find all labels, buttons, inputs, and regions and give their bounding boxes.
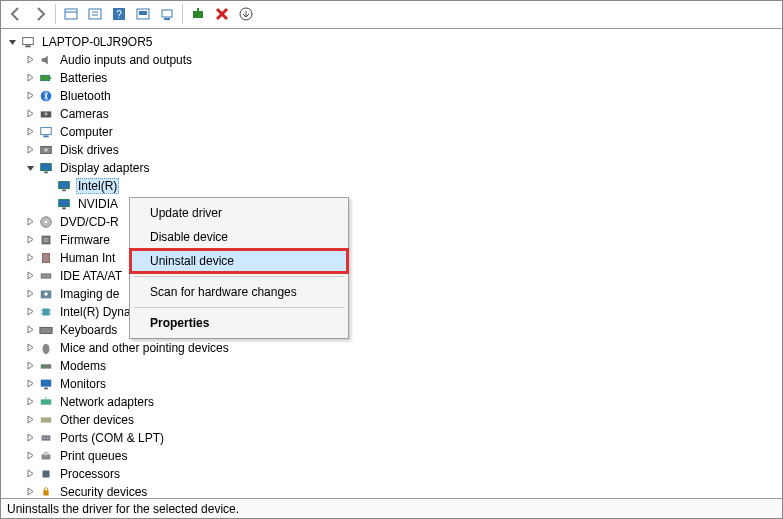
- properties-button[interactable]: [84, 3, 106, 25]
- svg-point-49: [43, 365, 45, 367]
- camera-icon: [38, 106, 54, 122]
- hid-icon: [38, 250, 54, 266]
- expander-icon[interactable]: [23, 71, 37, 85]
- svg-rect-41: [43, 308, 50, 315]
- tree-device-label: Intel(R): [76, 178, 119, 194]
- tree-category-label: Mice and other pointing devices: [58, 341, 231, 355]
- tree-device-label: NVIDIA: [76, 197, 120, 211]
- tree-category[interactable]: Other devices: [1, 411, 782, 429]
- device-tree[interactable]: LAPTOP-0LJR9OR5Audio inputs and outputsB…: [1, 29, 782, 499]
- svg-point-40: [44, 292, 48, 296]
- tree-category[interactable]: Display adapters: [1, 159, 782, 177]
- statusbar-text: Uninstalls the driver for the selected d…: [7, 502, 239, 516]
- tree-category[interactable]: Firmware: [1, 231, 782, 249]
- forward-button[interactable]: [29, 3, 51, 25]
- svg-rect-30: [62, 207, 66, 209]
- tree-category[interactable]: IDE ATA/AT: [1, 267, 782, 285]
- tree-category[interactable]: Print queues: [1, 447, 782, 465]
- svg-rect-35: [43, 253, 50, 262]
- expander-placeholder: [41, 197, 55, 211]
- expander-icon[interactable]: [23, 359, 37, 373]
- expander-icon[interactable]: [23, 395, 37, 409]
- tree-category[interactable]: Keyboards: [1, 321, 782, 339]
- tree-category[interactable]: Network adapters: [1, 393, 782, 411]
- tree-category[interactable]: Security devices: [1, 483, 782, 499]
- svg-rect-59: [43, 451, 48, 455]
- tree-category[interactable]: Disk drives: [1, 141, 782, 159]
- tree-category-label: Other devices: [58, 413, 136, 427]
- tree-category[interactable]: Imaging de: [1, 285, 782, 303]
- display-icon: [56, 178, 72, 194]
- tree-category[interactable]: Processors: [1, 465, 782, 483]
- tree-category[interactable]: Monitors: [1, 375, 782, 393]
- back-button[interactable]: [5, 3, 27, 25]
- scan-button[interactable]: [156, 3, 178, 25]
- update-button[interactable]: [132, 3, 154, 25]
- computer-icon: [38, 124, 54, 140]
- tree-category[interactable]: Bluetooth: [1, 87, 782, 105]
- tree-category[interactable]: Audio inputs and outputs: [1, 51, 782, 69]
- cpu-icon: [38, 466, 54, 482]
- tree-category[interactable]: Cameras: [1, 105, 782, 123]
- menu-item[interactable]: Uninstall device: [130, 249, 348, 273]
- tree-category[interactable]: Ports (COM & LPT): [1, 429, 782, 447]
- svg-rect-8: [139, 11, 147, 15]
- expander-icon[interactable]: [23, 125, 37, 139]
- remove-button[interactable]: [211, 3, 233, 25]
- expander-icon[interactable]: [23, 485, 37, 499]
- expander-icon[interactable]: [23, 269, 37, 283]
- expander-icon[interactable]: [23, 467, 37, 481]
- add-legacy-button[interactable]: [187, 3, 209, 25]
- svg-point-56: [43, 437, 45, 439]
- menu-separator: [134, 307, 344, 308]
- svg-rect-36: [41, 273, 52, 278]
- svg-rect-22: [43, 135, 48, 137]
- tree-category[interactable]: Batteries: [1, 69, 782, 87]
- expander-icon[interactable]: [23, 413, 37, 427]
- svg-rect-60: [43, 470, 50, 477]
- expander-icon[interactable]: [23, 53, 37, 67]
- help-button[interactable]: ?: [108, 3, 130, 25]
- more-button[interactable]: [235, 3, 257, 25]
- expander-icon[interactable]: [23, 431, 37, 445]
- tree-category[interactable]: Mice and other pointing devices: [1, 339, 782, 357]
- expander-icon[interactable]: [23, 377, 37, 391]
- menu-item[interactable]: Properties: [130, 311, 348, 335]
- tree-category-label: Security devices: [58, 485, 149, 499]
- expander-icon[interactable]: [23, 215, 37, 229]
- expander-icon[interactable]: [23, 233, 37, 247]
- tree-category[interactable]: Modems: [1, 357, 782, 375]
- tree-category[interactable]: Intel(R) Dynamic Platform and Thermal Fr…: [1, 303, 782, 321]
- tree-root-label: LAPTOP-0LJR9OR5: [40, 35, 155, 49]
- port-icon: [38, 430, 54, 446]
- expander-icon[interactable]: [23, 305, 37, 319]
- expander-icon[interactable]: [23, 341, 37, 355]
- svg-rect-14: [23, 37, 34, 44]
- expander-icon[interactable]: [23, 143, 37, 157]
- svg-rect-28: [62, 189, 66, 191]
- menu-item[interactable]: Scan for hardware changes: [130, 280, 348, 304]
- tree-category[interactable]: Human Int: [1, 249, 782, 267]
- tree-category-label: Processors: [58, 467, 122, 481]
- show-hidden-button[interactable]: [60, 3, 82, 25]
- expander-icon[interactable]: [23, 323, 37, 337]
- bluetooth-icon: [38, 88, 54, 104]
- monitor-icon: [38, 376, 54, 392]
- expander-icon[interactable]: [23, 161, 37, 175]
- tree-device[interactable]: NVIDIA: [1, 195, 782, 213]
- tree-category[interactable]: Computer: [1, 123, 782, 141]
- svg-rect-0: [65, 9, 77, 19]
- menu-item[interactable]: Disable device: [130, 225, 348, 249]
- tree-category[interactable]: DVD/CD-R: [1, 213, 782, 231]
- expander-icon[interactable]: [23, 89, 37, 103]
- expander-icon[interactable]: [23, 107, 37, 121]
- menu-item[interactable]: Update driver: [130, 201, 348, 225]
- expander-icon[interactable]: [23, 287, 37, 301]
- toolbar-separator: [55, 4, 56, 24]
- tree-root[interactable]: LAPTOP-0LJR9OR5: [1, 33, 782, 51]
- tree-area: LAPTOP-0LJR9OR5Audio inputs and outputsB…: [1, 29, 782, 499]
- expander-icon[interactable]: [5, 35, 19, 49]
- expander-icon[interactable]: [23, 449, 37, 463]
- tree-device[interactable]: Intel(R): [1, 177, 782, 195]
- expander-icon[interactable]: [23, 251, 37, 265]
